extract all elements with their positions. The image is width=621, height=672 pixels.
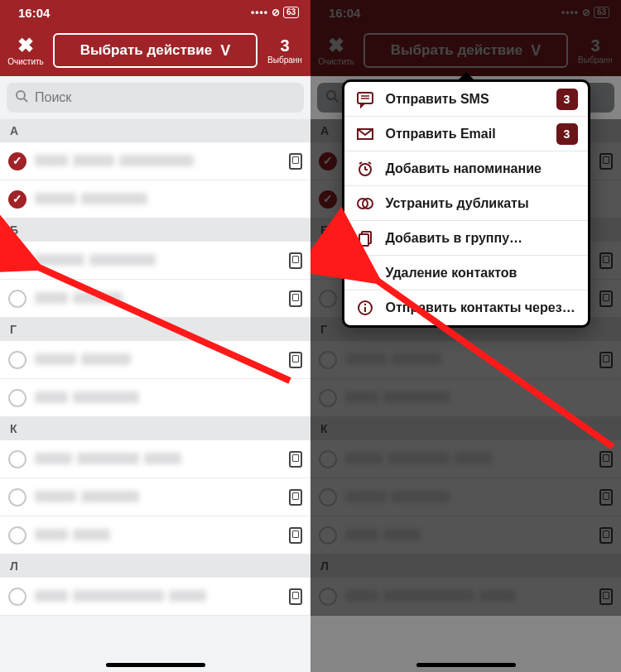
checkbox[interactable] bbox=[8, 450, 26, 468]
search-icon bbox=[15, 89, 28, 106]
contact-row[interactable] bbox=[0, 242, 310, 280]
home-indicator[interactable] bbox=[106, 663, 205, 667]
menu-item-reminder[interactable]: Добавить напоминание bbox=[344, 151, 588, 186]
menu-item-dedupe[interactable]: Устранить дубликаты bbox=[344, 186, 588, 221]
phone-icon bbox=[289, 153, 302, 170]
checkbox-checked[interactable] bbox=[8, 152, 26, 170]
svg-point-21 bbox=[363, 304, 365, 305]
contact-row[interactable] bbox=[0, 516, 310, 554]
phone-icon bbox=[289, 451, 302, 468]
contact-row[interactable] bbox=[0, 379, 310, 417]
phone-icon bbox=[289, 489, 302, 506]
section-header: Б bbox=[0, 218, 310, 242]
checkbox[interactable] bbox=[8, 290, 26, 308]
checkbox[interactable] bbox=[8, 588, 26, 606]
section-header: Л bbox=[0, 554, 310, 578]
count-badge: 3 bbox=[556, 89, 578, 110]
close-icon: ✖ bbox=[17, 36, 34, 55]
select-action-button[interactable]: Выбрать действие V bbox=[53, 33, 258, 68]
status-right: •••• ⊘ 63 bbox=[251, 7, 299, 18]
home-indicator[interactable] bbox=[416, 663, 516, 667]
chevron-down-icon: V bbox=[220, 42, 230, 60]
section-header: А bbox=[0, 119, 310, 142]
battery-icon: 63 bbox=[283, 7, 299, 18]
delete-icon bbox=[354, 262, 376, 284]
phone-icon bbox=[289, 352, 302, 368]
signal-icon: •••• bbox=[251, 7, 268, 18]
section-header: К bbox=[0, 417, 310, 440]
selected-count: 3 Выбранн bbox=[264, 36, 306, 65]
contacts-list[interactable]: А Б Г bbox=[0, 119, 310, 672]
contact-row[interactable] bbox=[0, 578, 310, 616]
search-input[interactable] bbox=[35, 90, 296, 105]
info-icon bbox=[354, 297, 376, 319]
link-icon: ⊘ bbox=[272, 7, 280, 18]
status-bar: 16:04 •••• ⊘ 63 bbox=[0, 0, 310, 25]
phone-right: 16:04 •••• ⊘ 63 ✖ Очистить Выбрать дейст… bbox=[310, 0, 621, 672]
section-header: Г bbox=[0, 318, 310, 341]
action-menu-popover: Отправить SMS 3 Отправить Email 3 Добави… bbox=[342, 79, 590, 328]
phone-icon bbox=[289, 252, 302, 269]
phone-left: 16:04 •••• ⊘ 63 ✖ Очистить Выбрать дейст… bbox=[0, 0, 310, 672]
contact-row[interactable] bbox=[0, 180, 310, 218]
email-icon bbox=[354, 123, 376, 145]
checkbox-checked[interactable] bbox=[8, 190, 26, 209]
menu-item-sms[interactable]: Отправить SMS 3 bbox=[344, 82, 588, 117]
checkbox[interactable] bbox=[8, 351, 26, 369]
checkbox[interactable] bbox=[8, 488, 26, 506]
phone-icon bbox=[289, 588, 302, 605]
status-time: 16:04 bbox=[18, 6, 50, 20]
svg-line-1 bbox=[24, 98, 27, 102]
contact-row[interactable] bbox=[0, 440, 310, 478]
contact-row[interactable] bbox=[0, 478, 310, 516]
phone-icon bbox=[289, 527, 302, 544]
contact-row[interactable] bbox=[0, 142, 310, 180]
checkbox-checked[interactable] bbox=[8, 252, 26, 270]
svg-line-13 bbox=[368, 162, 371, 164]
menu-item-share[interactable]: Отправить контакты через… bbox=[344, 290, 588, 325]
clear-button[interactable]: ✖ Очистить bbox=[5, 36, 46, 66]
svg-point-0 bbox=[17, 91, 25, 99]
svg-line-12 bbox=[359, 162, 362, 164]
menu-item-delete[interactable]: Удаление контактов bbox=[344, 256, 588, 290]
menu-item-email[interactable]: Отправить Email 3 bbox=[344, 117, 588, 151]
clock-icon bbox=[354, 158, 376, 180]
contact-row[interactable] bbox=[0, 280, 310, 318]
sms-icon bbox=[354, 89, 376, 110]
checkbox[interactable] bbox=[8, 526, 26, 545]
checkbox[interactable] bbox=[8, 389, 26, 407]
contact-row[interactable] bbox=[0, 341, 310, 379]
svg-rect-17 bbox=[359, 234, 368, 246]
phone-icon bbox=[289, 290, 302, 307]
menu-item-group[interactable]: Добавить в группу… bbox=[344, 221, 588, 256]
search-field[interactable] bbox=[7, 83, 304, 113]
copy-icon bbox=[354, 228, 376, 249]
dedupe-icon bbox=[354, 193, 376, 214]
count-badge: 3 bbox=[556, 123, 578, 145]
